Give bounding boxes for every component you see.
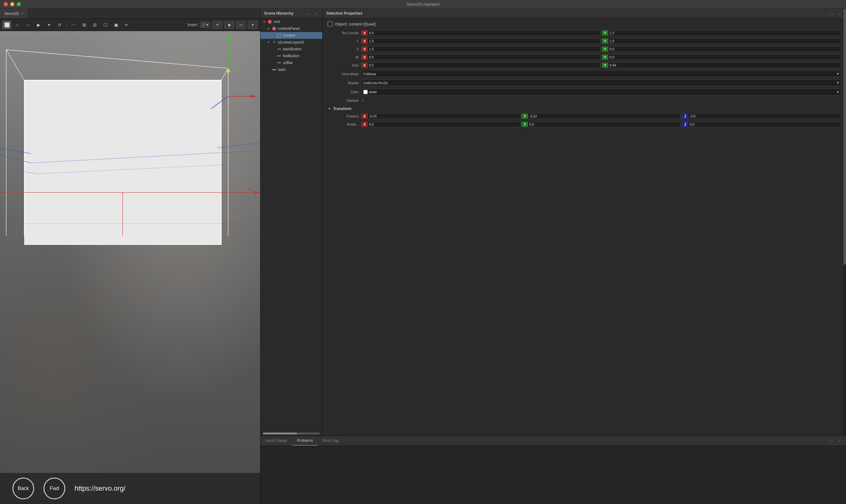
tree-laser[interactable]: laser xyxy=(260,66,322,73)
texcoord-y-y-input[interactable] xyxy=(608,38,841,43)
position-y-input[interactable] xyxy=(528,114,680,119)
color-dropdown[interactable]: white ▾ xyxy=(361,89,841,95)
panel-header-controls: — ⤢ xyxy=(305,11,319,16)
scene-hierarchy-title: Scene Hierarchy xyxy=(264,11,293,16)
url-bar[interactable]: https://servo.org/ xyxy=(75,484,126,492)
texcoord-z-y-input[interactable] xyxy=(608,47,841,52)
bottom-maximize-btn[interactable]: ⤢ xyxy=(837,439,842,443)
size-x-field[interactable]: X xyxy=(361,62,600,68)
label-urlbar: urlBar xyxy=(283,60,293,65)
content-quad xyxy=(24,80,221,245)
toolbar-btn-play[interactable]: ▶ xyxy=(34,21,43,29)
toolbar-btn-transform[interactable]: ✦ xyxy=(45,21,53,29)
insert-extra-btn[interactable]: ▾ xyxy=(248,21,258,29)
position-x-input[interactable] xyxy=(368,114,520,119)
position-y-field[interactable]: Y xyxy=(522,113,681,119)
texcoord-x-y-input[interactable] xyxy=(608,31,841,35)
toolbar-btn-image[interactable]: ▣ xyxy=(112,21,120,29)
props-maximize-btn[interactable]: ⤢ xyxy=(837,11,842,16)
close-button[interactable] xyxy=(4,2,8,6)
texcoord-w-x-field[interactable]: X xyxy=(361,54,600,60)
scene-scrollbar[interactable] xyxy=(263,433,320,434)
rotation-y-field[interactable]: Y xyxy=(522,122,681,127)
axis-x-label3: X xyxy=(361,47,368,52)
maximize-button[interactable] xyxy=(17,2,21,6)
viewmode-dropdown[interactable]: FullArea ▾ xyxy=(361,71,841,77)
texcoord-w-y-field[interactable]: Y xyxy=(602,54,841,60)
back-button[interactable]: Back xyxy=(13,478,34,499)
position-z-field[interactable]: Z xyxy=(682,113,841,119)
insert-dropdown[interactable]: ⬡ ▾ xyxy=(200,22,211,28)
texcoord-z-y-field[interactable]: Y xyxy=(602,46,841,52)
texcoord-z-x-field[interactable]: X xyxy=(361,46,600,52)
minimize-button[interactable] xyxy=(10,2,14,6)
viewmode-row: View Mode FullArea ▾ xyxy=(328,71,841,77)
rotation-z-field[interactable]: Z xyxy=(682,122,841,127)
position-x-field[interactable]: X xyxy=(361,113,520,119)
toolbar-btn-move[interactable]: ○ xyxy=(13,21,22,29)
viewport-3d[interactable]: X xyxy=(0,31,260,504)
icon-laser xyxy=(272,67,276,72)
position-z-input[interactable] xyxy=(688,114,841,119)
object-title: Object: content [Quad] xyxy=(328,21,841,26)
opaque-checkbox[interactable]: ✓ xyxy=(361,98,365,103)
props-scrollbar[interactable] xyxy=(844,9,846,436)
transform-header: ▼ Transform xyxy=(328,107,841,111)
bottom-minimize-btn[interactable]: — xyxy=(829,439,834,443)
size-y-input[interactable] xyxy=(608,63,841,68)
size-x-input[interactable] xyxy=(368,63,600,68)
texcoord-x-x-input[interactable] xyxy=(368,31,600,35)
toolbar-btn-grid2[interactable]: ⊞ xyxy=(80,21,89,29)
panel-maximize-btn[interactable]: ⤢ xyxy=(313,11,319,16)
toolbar-btn-arrow[interactable]: ↩ xyxy=(122,21,131,29)
texcoord-x-y-field[interactable]: Y xyxy=(602,30,841,36)
rotation-x-input[interactable] xyxy=(368,122,520,127)
pos-axis-y: Y xyxy=(522,114,528,119)
tree-uilinearlayout[interactable]: ▼ ⠿ uiLinearLayout1 xyxy=(260,39,322,46)
shader-dropdown[interactable]: UnlitColorTex2d ▾ xyxy=(361,79,841,86)
insert-shape-btn[interactable]: ◆ xyxy=(224,21,234,29)
toolbar-btn-rotate[interactable]: ↺ xyxy=(55,21,64,29)
tree-urlbar[interactable]: urlBar xyxy=(260,59,322,66)
texcoord-w-x-input[interactable] xyxy=(368,55,600,60)
tab-asset-library[interactable]: Asset Library xyxy=(260,436,292,446)
texcoord-z-x-input[interactable] xyxy=(368,47,600,52)
tab-error-log[interactable]: Error Log xyxy=(318,436,343,446)
texcoord-w-y-input[interactable] xyxy=(608,55,841,60)
panel-minimize-btn[interactable]: — xyxy=(305,11,310,16)
arrow-uilinearlayout: ▼ xyxy=(267,41,270,44)
toolbar-btn-pan[interactable]: ↔ xyxy=(24,21,32,29)
size-fields: X Y xyxy=(361,62,841,68)
size-y-field[interactable]: Y xyxy=(602,62,841,68)
fwd-button[interactable]: Fwd xyxy=(43,478,65,499)
tab-close-icon[interactable]: ✕ xyxy=(21,12,23,15)
label-fwdbutton: fwdButton xyxy=(283,54,299,58)
bottom-tabs: Asset Library Problems Error Log — ⤢ xyxy=(260,436,846,446)
tree-content[interactable]: content xyxy=(260,32,322,39)
label-content: content xyxy=(283,33,295,38)
size-row: Size X Y xyxy=(328,62,841,68)
toolbar-btn-grid1[interactable]: ⋯ xyxy=(69,21,78,29)
selection-properties-panel: Selection Properties — ⤢ Object: content… xyxy=(323,9,846,436)
texcoord-y-x-field[interactable]: X xyxy=(361,38,600,44)
texcoord-y-y-field[interactable]: Y xyxy=(602,38,841,44)
insert-rect-btn[interactable]: ▭ xyxy=(236,21,246,29)
tree-backbutton[interactable]: backButton xyxy=(260,46,322,53)
tree-fwdbutton[interactable]: fwdButton xyxy=(260,53,322,59)
rotation-x-field[interactable]: X xyxy=(361,122,520,127)
tree-contentpanel[interactable]: ▼ contentPanel xyxy=(260,25,322,32)
tree-root[interactable]: ▼ root xyxy=(260,18,322,25)
tab-servo2d[interactable]: Servo2D ✕ xyxy=(0,9,28,18)
texcoord-y-x-input[interactable] xyxy=(368,38,600,43)
tab-problems[interactable]: Problems xyxy=(292,436,318,446)
props-minimize-btn[interactable]: — xyxy=(829,11,834,16)
texcoord-x-x-field[interactable]: X xyxy=(361,30,600,36)
toolbar-btn-select[interactable]: ⬜ xyxy=(2,21,11,29)
rotation-z-input[interactable] xyxy=(688,122,841,127)
shader-row: Shader UnlitColorTex2d ▾ xyxy=(328,79,841,86)
toolbar-btn-grid3[interactable]: ⊟ xyxy=(90,21,99,29)
insert-sun-btn[interactable]: ☀ xyxy=(212,21,222,29)
texcoord-y-fields: X Y xyxy=(361,38,841,44)
toolbar-btn-box[interactable]: ☐ xyxy=(101,21,110,29)
rotation-y-input[interactable] xyxy=(528,122,680,127)
